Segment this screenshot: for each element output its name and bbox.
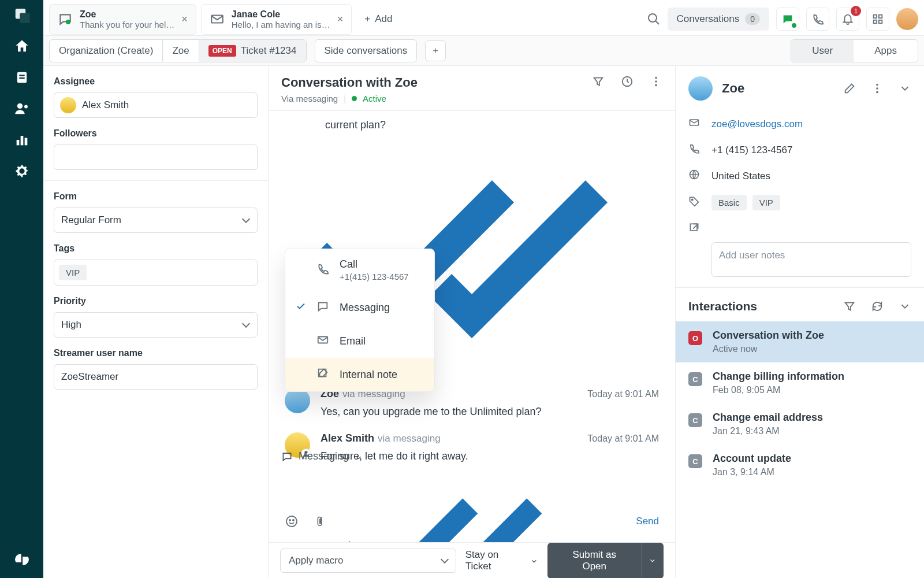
interaction-item[interactable]: C Change billing informationFeb 08, 9:05… — [676, 362, 924, 403]
message-time: Today at 9:01 AM — [587, 432, 659, 444]
more-icon[interactable] — [871, 82, 884, 95]
search-icon[interactable] — [647, 12, 661, 26]
chevron-down-icon[interactable] — [899, 300, 911, 313]
send-button[interactable]: Send — [636, 516, 659, 527]
streamer-input[interactable] — [54, 364, 258, 390]
close-icon[interactable]: × — [337, 13, 344, 25]
more-icon[interactable] — [650, 75, 662, 88]
channel-label: Email — [340, 335, 366, 347]
filter-icon[interactable] — [592, 75, 605, 88]
priority-select[interactable]: High — [54, 312, 258, 338]
followers-input[interactable] — [54, 144, 258, 170]
svg-point-26 — [876, 84, 878, 86]
user-avatar[interactable] — [896, 8, 918, 30]
interaction-label: Conversation with Zoe — [713, 329, 824, 342]
svg-point-25 — [293, 520, 294, 521]
submit-caret[interactable] — [641, 543, 664, 579]
chat-status-button[interactable] — [776, 8, 799, 31]
composer-channel-selector[interactable]: Messaging — [281, 450, 363, 462]
chevron-down-icon[interactable] — [899, 82, 911, 95]
macro-select[interactable]: Apply macro — [280, 549, 456, 573]
gear-icon[interactable] — [14, 163, 30, 179]
users-icon[interactable] — [14, 101, 30, 117]
channel-internal-note[interactable]: Internal note — [285, 358, 434, 391]
filter-icon[interactable] — [843, 300, 856, 313]
attachment-icon[interactable] — [316, 514, 327, 528]
interaction-label: Change billing information — [713, 370, 844, 383]
conversations-count: 0 — [745, 13, 760, 25]
crumb-ticket[interactable]: OPEN Ticket #1234 — [199, 40, 306, 62]
svg-point-5 — [17, 103, 22, 109]
chat-icon — [316, 300, 329, 315]
ticket-form-panel: Assignee Alex Smith Followers Form Regul… — [43, 66, 269, 578]
chat-icon — [58, 12, 73, 27]
interaction-sub: Feb 08, 9:05 AM — [713, 385, 844, 395]
user-notes-input[interactable]: Add user notes — [711, 242, 911, 277]
tab-zoe[interactable]: Zoe Thank you for your hel… × — [49, 4, 196, 35]
message-author: Alex Smith — [321, 432, 374, 444]
chart-icon[interactable] — [14, 132, 30, 148]
top-tabs: Zoe Thank you for your hel… × Janae Cole… — [43, 0, 924, 36]
notifications-button[interactable]: 1 — [836, 8, 859, 31]
tag-icon — [688, 195, 700, 210]
edit-icon[interactable] — [843, 82, 856, 95]
tab-subtitle: Hello, I am having an is… — [232, 20, 330, 29]
user-avatar — [688, 76, 713, 101]
channel-email[interactable]: Email — [285, 324, 434, 358]
tab-janae[interactable]: Janae Cole Hello, I am having an is… × — [201, 4, 352, 35]
submit-button[interactable]: Submit as Open — [547, 543, 641, 579]
refresh-icon[interactable] — [871, 300, 884, 313]
svg-rect-3 — [19, 75, 24, 76]
tags-input[interactable]: VIP — [54, 260, 258, 286]
nav-rail — [0, 0, 43, 578]
interaction-item[interactable]: C Change email addressJan 21, 9:43 AM — [676, 403, 924, 444]
add-side-conv-button[interactable]: + — [425, 40, 446, 61]
side-conversations-button[interactable]: Side conversations — [315, 39, 418, 62]
channel-call[interactable]: Call+1(415) 123-4567 — [285, 249, 434, 291]
chat-icon — [281, 451, 293, 462]
status-badge: C — [688, 413, 702, 427]
zendesk-icon[interactable] — [14, 551, 30, 568]
stay-on-ticket[interactable]: Stay on Ticket — [465, 549, 538, 572]
home-icon[interactable] — [14, 38, 30, 54]
channel-menu: Call+1(415) 123-4567 Messaging Email — [285, 249, 435, 392]
conversations-pill[interactable]: Conversations 0 — [668, 8, 769, 31]
svg-point-11 — [649, 14, 657, 22]
channel-messaging[interactable]: Messaging — [285, 291, 434, 324]
crumb-org[interactable]: Organization (Create) — [50, 40, 163, 62]
assignee-field[interactable]: Alex Smith — [54, 92, 258, 118]
open-badge: OPEN — [208, 45, 236, 57]
mail-icon — [316, 334, 329, 349]
message-via: via messaging — [378, 433, 441, 444]
crumb-user[interactable]: Zoe — [163, 40, 199, 62]
tag-chip: VIP — [59, 265, 87, 280]
tab-apps[interactable]: Apps — [854, 40, 918, 62]
emoji-icon[interactable] — [285, 514, 299, 528]
doc-icon[interactable] — [14, 69, 30, 86]
tag-chip: VIP — [752, 195, 780, 210]
interaction-sub: Jan 3, 9:14 AM — [713, 467, 791, 477]
add-tab[interactable]: + Add — [356, 8, 400, 31]
user-phone: +1 (415) 123-4567 — [711, 144, 792, 156]
interaction-label: Account update — [713, 453, 791, 465]
phone-status-button[interactable] — [806, 8, 829, 31]
footer-bar: Apply macro Stay on Ticket Submit as Ope… — [269, 542, 675, 578]
history-icon[interactable] — [621, 75, 634, 88]
form-select[interactable]: Regular Form — [54, 208, 258, 233]
user-email[interactable]: zoe@lovesdogs.com — [711, 118, 803, 130]
right-panel-tabs: User Apps — [791, 39, 918, 62]
status-badge: O — [688, 331, 702, 345]
interaction-item[interactable]: O Conversation with ZoeActive now — [676, 321, 924, 362]
via-label: Via messaging — [281, 94, 338, 103]
message-partial: current plan? — [285, 119, 659, 131]
svg-point-23 — [286, 516, 297, 527]
apps-button[interactable] — [866, 8, 889, 31]
conversation-title: Conversation with Zoe — [281, 75, 418, 90]
channel-label: Messaging — [340, 302, 390, 314]
close-icon[interactable]: × — [181, 13, 188, 25]
svg-point-31 — [691, 199, 693, 201]
tab-user[interactable]: User — [791, 40, 854, 62]
notif-badge: 1 — [851, 6, 861, 16]
interaction-item[interactable]: C Account updateJan 3, 9:14 AM — [676, 444, 924, 486]
svg-rect-4 — [19, 77, 24, 79]
